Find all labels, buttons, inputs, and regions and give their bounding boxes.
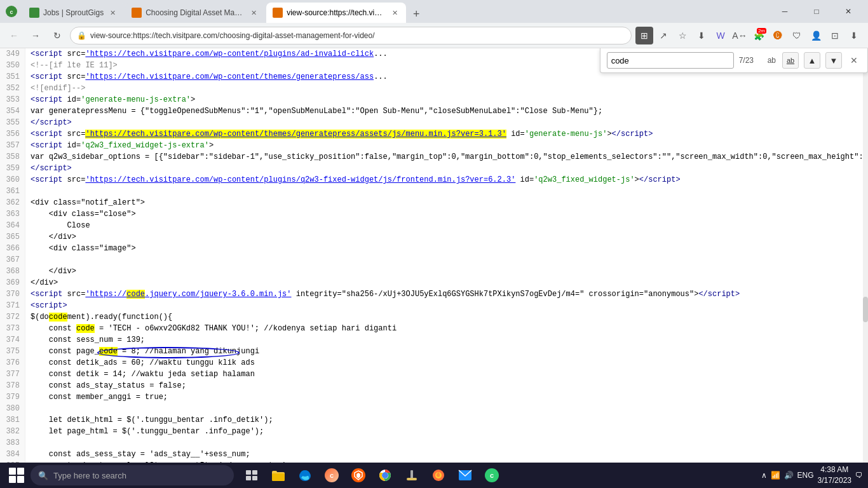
- find-bar: 7/23 ab ab ▲ ▼ ✕: [600, 48, 868, 73]
- brave-icon: [351, 468, 365, 482]
- svg-rect-7: [246, 476, 251, 480]
- code-content[interactable]: <script src='https://tech.visitpare.com/…: [25, 48, 868, 463]
- back-button[interactable]: ←: [5, 27, 23, 44]
- taskbar-search[interactable]: 🔍 Type here to search: [31, 465, 234, 485]
- code-line: const detik_ads = 60; //waktu tunggu kli…: [31, 357, 868, 369]
- code-line: <div class="close">: [31, 208, 868, 220]
- line-number: 369: [5, 277, 20, 288]
- taskview-button[interactable]: [239, 463, 264, 488]
- tab-sproutgigs[interactable]: Jobs | SproutGigs ✕: [23, 3, 124, 23]
- toolbar: ← → ↻ 🔒 view-source:https://tech.visitpa…: [0, 23, 868, 48]
- shield-icon[interactable]: 🛡: [788, 27, 806, 44]
- refresh-button[interactable]: ↻: [48, 27, 66, 44]
- case-sensitive-button[interactable]: ab: [782, 52, 799, 69]
- paint-button[interactable]: [399, 463, 424, 488]
- line-number: 382: [5, 426, 20, 437]
- taskbar: 🔍 Type here to search c: [0, 463, 868, 488]
- firefox-button[interactable]: [426, 463, 451, 488]
- line-number: 361: [5, 186, 20, 197]
- code-line: <script>: [31, 300, 868, 311]
- line-number: 368: [5, 266, 20, 277]
- app4-icon: c: [325, 468, 339, 482]
- find-close-button[interactable]: ✕: [847, 53, 861, 67]
- line-number: 355: [5, 117, 20, 128]
- taskbar-clock[interactable]: 4:38 AM 3/17/2023: [818, 464, 851, 486]
- find-input[interactable]: [607, 52, 734, 69]
- tab-close-2[interactable]: ✕: [248, 8, 259, 18]
- svg-rect-8: [252, 476, 257, 480]
- find-prev-button[interactable]: ▲: [804, 52, 820, 69]
- bookmark-icon[interactable]: ☆: [674, 27, 691, 44]
- tab-choosing[interactable]: Choosing Digital Asset Mana... ✕: [125, 3, 265, 23]
- notification-icon[interactable]: 🗨: [855, 471, 863, 480]
- tab-close-1[interactable]: ✕: [107, 8, 118, 18]
- line-number: 384: [5, 449, 20, 460]
- find-next-button[interactable]: ▼: [825, 52, 842, 69]
- line-number: 366: [5, 243, 20, 254]
- svg-text:c: c: [10, 9, 13, 15]
- taskbar-tray: ∧ 📶 🔊 ENG 4:38 AM 3/17/2023 🗨: [761, 464, 863, 486]
- app-last-button[interactable]: c: [479, 463, 505, 488]
- windows-icon: [9, 468, 24, 483]
- line-number: 370: [5, 288, 20, 300]
- start-button[interactable]: [5, 464, 28, 487]
- edge-button[interactable]: [292, 463, 318, 488]
- code-line: </script>: [31, 163, 868, 174]
- extension-icon[interactable]: 🧩 2m: [750, 27, 768, 44]
- line-number: 380: [5, 403, 20, 414]
- code-line: Close: [31, 220, 868, 231]
- code-line: const member_anggi = true;: [31, 391, 868, 403]
- line-number: 378: [5, 380, 20, 391]
- code-line: [31, 403, 868, 414]
- line-number: 376: [5, 357, 20, 369]
- code-line: const sess_num = 139;: [31, 334, 868, 346]
- line-number: 354: [5, 105, 20, 117]
- save-page-icon[interactable]: ⊞: [635, 27, 653, 44]
- line-number: 350: [5, 60, 20, 71]
- browser-logo: c: [5, 5, 18, 18]
- coccoc-icon[interactable]: 🅒: [769, 27, 787, 44]
- tab-favicon-2: [132, 8, 142, 18]
- tray-expand[interactable]: ∧: [761, 471, 767, 480]
- code-line: <script src='https://code.jquery.com/jqu…: [31, 288, 868, 300]
- app-last-icon: c: [485, 468, 499, 482]
- line-number: 379: [5, 391, 20, 403]
- code-line: var q2w3_sidebar_options = [{"sidebar":"…: [31, 151, 868, 163]
- profile-icon[interactable]: 👤: [807, 27, 825, 44]
- line-number: 358: [5, 151, 20, 163]
- close-button[interactable]: ✕: [834, 0, 863, 23]
- volume-icon: 🔊: [784, 471, 794, 480]
- tab-close-3[interactable]: ✕: [390, 8, 400, 18]
- forward-button[interactable]: →: [27, 27, 44, 44]
- minimize-button[interactable]: ─: [770, 0, 799, 23]
- line-number: 374: [5, 334, 20, 346]
- line-number: 362: [5, 197, 20, 208]
- sidebar-icon[interactable]: ⊡: [826, 27, 844, 44]
- download-icon[interactable]: ⬇: [693, 27, 710, 44]
- share-icon[interactable]: ↗: [654, 27, 672, 44]
- source-viewer: 7/23 ab ab ▲ ▼ ✕ 34935035135235335435535…: [0, 48, 868, 463]
- download2-icon[interactable]: ⬇: [845, 27, 863, 44]
- code-line: let detik_html = $('.tunggu_bentar .info…: [31, 414, 868, 426]
- scrollbar[interactable]: [863, 48, 868, 463]
- brave-button[interactable]: [346, 463, 371, 488]
- code-line: </div>: [31, 231, 868, 243]
- chrome-button[interactable]: [372, 463, 398, 488]
- mail-button[interactable]: [452, 463, 478, 488]
- wordpress-icon[interactable]: W: [712, 27, 729, 44]
- maximize-button[interactable]: □: [802, 0, 831, 23]
- file-explorer-button[interactable]: [266, 463, 291, 488]
- tab-viewsource[interactable]: view-source:https://tech.visit... ✕: [266, 3, 406, 23]
- new-tab-button[interactable]: +: [407, 5, 425, 23]
- code-line: var generatepressMenu = {"toggleOpenedSu…: [31, 105, 868, 117]
- line-number: 356: [5, 128, 20, 140]
- code-line: const page_code = 8; //halaman yang diku…: [31, 346, 868, 357]
- address-bar[interactable]: 🔒 view-source:https://tech.visitpare.com…: [70, 27, 632, 44]
- line-number: 349: [5, 48, 20, 60]
- scrollbar-thumb[interactable]: [863, 297, 868, 322]
- titlebar: c Jobs | SproutGigs ✕ Choosing Digital A…: [0, 0, 868, 23]
- language-indicator: ENG: [797, 471, 814, 480]
- app4-button[interactable]: c: [319, 463, 344, 488]
- translate-icon[interactable]: A↔: [731, 27, 749, 44]
- line-number: 372: [5, 311, 20, 323]
